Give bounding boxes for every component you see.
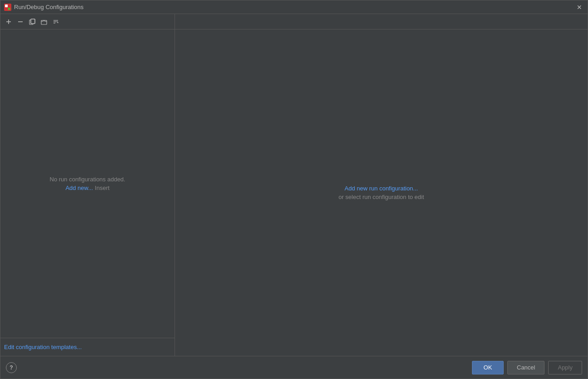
ok-button[interactable]: OK <box>472 361 504 374</box>
remove-config-button[interactable] <box>15 16 26 27</box>
left-panel: No run configurations added. Add new... … <box>0 29 175 356</box>
insert-text: Insert <box>95 185 110 191</box>
svg-rect-7 <box>31 19 35 24</box>
toolbar-area <box>0 14 175 29</box>
run-debug-icon <box>4 4 11 11</box>
add-config-link[interactable]: Add new run configuration... <box>345 185 418 192</box>
help-button[interactable]: ? <box>6 362 17 373</box>
add-new-link[interactable]: Add new... <box>65 185 93 191</box>
title-bar: Run/Debug Configurations ✕ <box>0 0 588 14</box>
close-button[interactable]: ✕ <box>575 3 584 12</box>
cancel-button[interactable]: Cancel <box>507 361 544 374</box>
edit-templates-link[interactable]: Edit configuration templates... <box>4 344 82 350</box>
no-config-text: No run configurations added. <box>50 176 126 183</box>
toolbar-right-area <box>175 14 588 29</box>
move-to-group-button[interactable] <box>39 16 49 27</box>
or-select-text: or select run configuration to edit <box>339 194 424 200</box>
copy-config-button[interactable] <box>27 16 38 27</box>
add-config-button[interactable] <box>3 16 14 27</box>
add-new-row: Add new... Insert <box>65 185 109 191</box>
title-bar-left: Run/Debug Configurations <box>4 4 83 11</box>
sort-config-button[interactable] <box>50 16 61 27</box>
left-panel-bottom: Edit configuration templates... <box>0 338 175 356</box>
svg-rect-1 <box>5 5 8 7</box>
apply-button[interactable]: Apply <box>548 361 582 374</box>
bottom-right: OK Cancel Apply <box>472 361 582 374</box>
right-panel-content: Add new run configuration... or select r… <box>339 185 424 200</box>
top-section <box>0 14 588 29</box>
title-text: Run/Debug Configurations <box>14 4 83 10</box>
run-debug-dialog: Run/Debug Configurations ✕ <box>0 0 588 379</box>
left-panel-content: No run configurations added. Add new... … <box>0 29 175 338</box>
content-area: No run configurations added. Add new... … <box>0 29 588 356</box>
right-panel: Add new run configuration... or select r… <box>175 29 588 356</box>
bottom-left: ? <box>6 362 17 373</box>
bottom-bar: ? OK Cancel Apply <box>0 356 588 379</box>
svg-rect-9 <box>41 20 47 24</box>
